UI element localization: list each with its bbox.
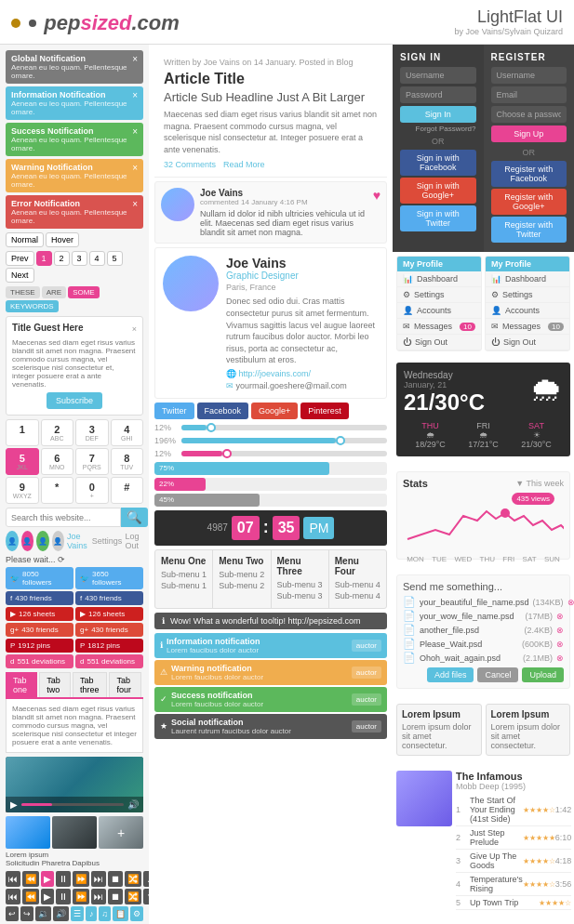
deviantart-stat-1[interactable]: d 551 deviations xyxy=(6,654,73,668)
numpad-8[interactable]: 8TUV xyxy=(111,448,144,475)
media-btn-g[interactable]: ⏹ xyxy=(108,889,123,904)
tag-some[interactable]: SOME xyxy=(68,286,100,298)
add-icon[interactable]: + xyxy=(117,825,125,840)
tw-signin-button[interactable]: Sign in with Twitter xyxy=(400,205,476,231)
notif-error-close[interactable]: × xyxy=(132,199,138,209)
profile-menu-dashboard-2[interactable]: 📊 Dashboard xyxy=(486,271,569,287)
numpad-star[interactable]: * xyxy=(41,477,74,504)
track-5[interactable]: 5 Up Town Trip ★★★★☆ xyxy=(456,896,571,910)
numpad-4[interactable]: 4GHI xyxy=(111,419,144,446)
track-2[interactable]: 2 Just Step Prelude ★★★★★ 6:10 xyxy=(456,826,571,850)
facebook-stat-1[interactable]: f 430 friends xyxy=(6,591,73,605)
notif-global-close[interactable]: × xyxy=(132,54,138,64)
search-input[interactable] xyxy=(6,508,121,527)
prev-button[interactable]: Prev xyxy=(6,251,34,266)
gplus-stat-1[interactable]: g+ 430 friends xyxy=(6,623,73,637)
logout-link[interactable]: Log Out xyxy=(125,532,143,550)
numpad-0[interactable]: 0+ xyxy=(75,477,109,504)
media-btn-d[interactable]: ⏸ xyxy=(56,889,71,904)
media-ctrl-a[interactable]: ↩ xyxy=(6,906,19,921)
profile-menu-messages-1[interactable]: ✉ Messages10 xyxy=(397,319,481,335)
track-1[interactable]: 1 The Start Of Your Ending (41st Side) ★… xyxy=(456,794,571,826)
mega-item-4-1[interactable]: Sub-menu 4 xyxy=(335,580,380,589)
upload-file-4-remove[interactable]: ⊗ xyxy=(556,640,564,649)
register-username-input[interactable] xyxy=(491,67,567,84)
upload-button[interactable]: Upload xyxy=(522,667,564,682)
facebook-stat-2[interactable]: f 430 friends xyxy=(75,591,143,605)
page-2-button[interactable]: 2 xyxy=(54,251,70,266)
mega-item-3-2[interactable]: Sub-menu 3 xyxy=(277,591,323,601)
read-more-link[interactable]: Read More xyxy=(223,160,265,169)
track-3[interactable]: 3 Give Up The Goods ★★★★☆ 4:18 xyxy=(456,850,571,873)
numpad-9[interactable]: 9WXYZ xyxy=(6,477,39,504)
notif-list-success-btn[interactable]: auctor xyxy=(352,693,381,706)
signin-password-input[interactable] xyxy=(400,86,476,103)
page-1-button[interactable]: 1 xyxy=(36,251,52,266)
video-progress[interactable] xyxy=(21,803,124,806)
upload-file-3-remove[interactable]: ⊗ xyxy=(556,626,564,635)
media-btn-c[interactable]: ▶ xyxy=(41,889,54,904)
media-prev[interactable]: ⏪ xyxy=(22,871,39,887)
notif-list-social-btn[interactable]: auctor xyxy=(352,720,381,733)
media-prev-prev[interactable]: ⏮ xyxy=(6,871,20,887)
page-3-button[interactable]: 3 xyxy=(72,251,87,266)
mega-item-2-2[interactable]: Sub-menu 2 xyxy=(219,581,264,590)
tag-are[interactable]: ARE xyxy=(42,286,66,298)
slider-2-track[interactable] xyxy=(181,438,387,443)
profile-menu-accounts-1[interactable]: 👤 Accounts xyxy=(397,303,481,319)
media-ctrl-g[interactable]: ♫ xyxy=(99,906,111,921)
media-shuffle[interactable]: 🔀 xyxy=(125,871,141,887)
fb-register-button[interactable]: Register with Facebook xyxy=(491,161,567,187)
numpad-2[interactable]: 2ABC xyxy=(41,419,74,446)
media-btn-f[interactable]: ⏭ xyxy=(91,889,106,904)
profile-website-link[interactable]: http://joevains.com/ xyxy=(239,369,312,378)
facebook-button[interactable]: Facebook xyxy=(197,403,249,419)
profile-menu-signout-2[interactable]: ⏻ Sign Out xyxy=(486,335,569,350)
twitter-stat-2[interactable]: 🐦 3650 followers xyxy=(75,567,143,589)
numpad-5[interactable]: 5JKL xyxy=(6,448,39,475)
numpad-6[interactable]: 6MNO xyxy=(41,448,74,475)
media-ctrl-h[interactable]: 📋 xyxy=(113,906,128,921)
upload-file-2-remove[interactable]: ⊗ xyxy=(556,612,564,621)
numpad-7[interactable]: 7PQRS xyxy=(75,448,109,475)
notif-list-warning-btn[interactable]: auctor xyxy=(352,667,381,679)
signin-username-input[interactable] xyxy=(400,67,476,84)
media-ctrl-f[interactable]: ♪ xyxy=(86,906,97,921)
gp-signin-button[interactable]: Sign in with Google+ xyxy=(400,178,476,204)
profile-menu-settings-1[interactable]: ⚙ Settings xyxy=(397,287,481,303)
mega-item-4-2[interactable]: Sub-menu 4 xyxy=(335,591,380,601)
forgot-password-link[interactable]: Forgot Password? xyxy=(400,125,476,133)
tab-four[interactable]: Tab four xyxy=(109,672,141,697)
media-btn-e[interactable]: ⏩ xyxy=(73,889,89,904)
normal-button[interactable]: Normal xyxy=(6,232,44,247)
next-button[interactable]: Next xyxy=(6,268,34,283)
notif-warning-close[interactable]: × xyxy=(132,163,138,173)
media-btn-a[interactable]: ⏮ xyxy=(6,889,20,904)
media-play[interactable]: ▶ xyxy=(41,871,54,887)
page-5-button[interactable]: 5 xyxy=(107,251,123,266)
tab-one[interactable]: Tab one xyxy=(6,672,37,697)
settings-link[interactable]: Settings xyxy=(92,536,123,546)
user-link[interactable]: Joe Vains xyxy=(67,532,89,550)
add-files-button[interactable]: Add files xyxy=(427,667,474,682)
gplus-stat-2[interactable]: g+ 430 friends xyxy=(75,623,143,637)
profile-menu-signout-1[interactable]: ⏻ Sign Out xyxy=(397,335,481,350)
twitter-stat-1[interactable]: 🐦 8050 followers xyxy=(6,567,73,589)
profile-menu-dashboard-1[interactable]: 📊 Dashboard xyxy=(397,271,481,287)
tag-keywords[interactable]: KEYWORDS xyxy=(6,300,59,312)
notif-list-info-btn[interactable]: auctor xyxy=(352,640,381,652)
media-next[interactable]: ⏩ xyxy=(73,871,89,887)
pinterest-button[interactable]: Pinterest xyxy=(300,403,349,419)
numpad-hash[interactable]: # xyxy=(111,477,144,504)
video-play-button[interactable]: ▶ xyxy=(10,799,18,810)
signin-button[interactable]: Sign In xyxy=(400,106,476,123)
track-4[interactable]: 4 Temperature's Rising ★★★★☆ 3:56 xyxy=(456,873,571,896)
stats-period[interactable]: ▼ This week xyxy=(515,479,564,488)
profile-menu-messages-2[interactable]: ✉ Messages10 xyxy=(486,319,569,335)
slider-1-track[interactable] xyxy=(181,425,387,430)
signup-button[interactable]: Sign Up xyxy=(491,125,567,142)
media-stop[interactable]: ⏹ xyxy=(108,871,123,887)
tw-register-button[interactable]: Register with Twitter xyxy=(491,217,567,243)
upload-file-1-remove[interactable]: ⊗ xyxy=(567,598,574,607)
mega-item-1-1[interactable]: Sub-menu 1 xyxy=(161,570,207,579)
